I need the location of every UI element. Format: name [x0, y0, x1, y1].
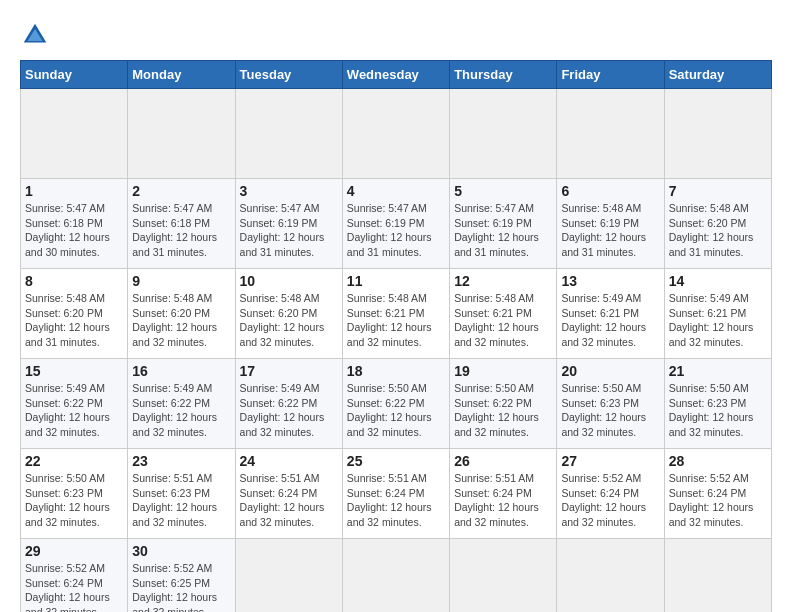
calendar-cell: 3Sunrise: 5:47 AMSunset: 6:19 PMDaylight… — [235, 179, 342, 269]
calendar-cell: 4Sunrise: 5:47 AMSunset: 6:19 PMDaylight… — [342, 179, 449, 269]
day-info: Sunrise: 5:48 AMSunset: 6:20 PMDaylight:… — [132, 291, 230, 350]
calendar-cell — [450, 89, 557, 179]
day-number: 19 — [454, 363, 552, 379]
day-number: 1 — [25, 183, 123, 199]
day-info: Sunrise: 5:52 AMSunset: 6:24 PMDaylight:… — [669, 471, 767, 530]
day-info: Sunrise: 5:48 AMSunset: 6:20 PMDaylight:… — [240, 291, 338, 350]
calendar-week-row — [21, 89, 772, 179]
day-info: Sunrise: 5:49 AMSunset: 6:22 PMDaylight:… — [240, 381, 338, 440]
day-info: Sunrise: 5:50 AMSunset: 6:22 PMDaylight:… — [454, 381, 552, 440]
day-number: 30 — [132, 543, 230, 559]
day-info: Sunrise: 5:48 AMSunset: 6:21 PMDaylight:… — [454, 291, 552, 350]
day-number: 11 — [347, 273, 445, 289]
calendar-cell: 27Sunrise: 5:52 AMSunset: 6:24 PMDayligh… — [557, 449, 664, 539]
calendar-cell: 18Sunrise: 5:50 AMSunset: 6:22 PMDayligh… — [342, 359, 449, 449]
day-number: 23 — [132, 453, 230, 469]
calendar-cell: 17Sunrise: 5:49 AMSunset: 6:22 PMDayligh… — [235, 359, 342, 449]
calendar-cell: 6Sunrise: 5:48 AMSunset: 6:19 PMDaylight… — [557, 179, 664, 269]
calendar-cell: 14Sunrise: 5:49 AMSunset: 6:21 PMDayligh… — [664, 269, 771, 359]
calendar-cell: 23Sunrise: 5:51 AMSunset: 6:23 PMDayligh… — [128, 449, 235, 539]
calendar-cell: 19Sunrise: 5:50 AMSunset: 6:22 PMDayligh… — [450, 359, 557, 449]
day-info: Sunrise: 5:48 AMSunset: 6:21 PMDaylight:… — [347, 291, 445, 350]
day-number: 18 — [347, 363, 445, 379]
calendar-cell — [235, 89, 342, 179]
day-info: Sunrise: 5:49 AMSunset: 6:22 PMDaylight:… — [132, 381, 230, 440]
calendar-cell: 15Sunrise: 5:49 AMSunset: 6:22 PMDayligh… — [21, 359, 128, 449]
calendar-cell: 28Sunrise: 5:52 AMSunset: 6:24 PMDayligh… — [664, 449, 771, 539]
calendar-cell: 13Sunrise: 5:49 AMSunset: 6:21 PMDayligh… — [557, 269, 664, 359]
column-header-monday: Monday — [128, 61, 235, 89]
day-number: 8 — [25, 273, 123, 289]
calendar-cell: 9Sunrise: 5:48 AMSunset: 6:20 PMDaylight… — [128, 269, 235, 359]
day-info: Sunrise: 5:49 AMSunset: 6:22 PMDaylight:… — [25, 381, 123, 440]
column-header-friday: Friday — [557, 61, 664, 89]
day-number: 7 — [669, 183, 767, 199]
calendar-cell: 16Sunrise: 5:49 AMSunset: 6:22 PMDayligh… — [128, 359, 235, 449]
calendar-cell — [21, 89, 128, 179]
day-info: Sunrise: 5:48 AMSunset: 6:19 PMDaylight:… — [561, 201, 659, 260]
column-header-sunday: Sunday — [21, 61, 128, 89]
column-header-thursday: Thursday — [450, 61, 557, 89]
calendar-cell: 29Sunrise: 5:52 AMSunset: 6:24 PMDayligh… — [21, 539, 128, 613]
day-info: Sunrise: 5:51 AMSunset: 6:24 PMDaylight:… — [240, 471, 338, 530]
day-info: Sunrise: 5:48 AMSunset: 6:20 PMDaylight:… — [25, 291, 123, 350]
calendar-cell — [664, 539, 771, 613]
calendar-cell: 22Sunrise: 5:50 AMSunset: 6:23 PMDayligh… — [21, 449, 128, 539]
logo — [20, 20, 52, 50]
calendar-week-row: 29Sunrise: 5:52 AMSunset: 6:24 PMDayligh… — [21, 539, 772, 613]
day-info: Sunrise: 5:47 AMSunset: 6:19 PMDaylight:… — [454, 201, 552, 260]
day-info: Sunrise: 5:47 AMSunset: 6:19 PMDaylight:… — [240, 201, 338, 260]
day-number: 5 — [454, 183, 552, 199]
calendar-cell — [342, 89, 449, 179]
calendar-cell: 2Sunrise: 5:47 AMSunset: 6:18 PMDaylight… — [128, 179, 235, 269]
day-info: Sunrise: 5:49 AMSunset: 6:21 PMDaylight:… — [669, 291, 767, 350]
day-info: Sunrise: 5:47 AMSunset: 6:18 PMDaylight:… — [132, 201, 230, 260]
calendar-cell — [342, 539, 449, 613]
calendar-cell — [235, 539, 342, 613]
day-info: Sunrise: 5:52 AMSunset: 6:24 PMDaylight:… — [561, 471, 659, 530]
calendar-cell: 21Sunrise: 5:50 AMSunset: 6:23 PMDayligh… — [664, 359, 771, 449]
day-number: 9 — [132, 273, 230, 289]
day-info: Sunrise: 5:51 AMSunset: 6:24 PMDaylight:… — [347, 471, 445, 530]
day-number: 15 — [25, 363, 123, 379]
day-number: 12 — [454, 273, 552, 289]
calendar-cell: 20Sunrise: 5:50 AMSunset: 6:23 PMDayligh… — [557, 359, 664, 449]
day-number: 13 — [561, 273, 659, 289]
day-info: Sunrise: 5:50 AMSunset: 6:22 PMDaylight:… — [347, 381, 445, 440]
calendar-cell: 12Sunrise: 5:48 AMSunset: 6:21 PMDayligh… — [450, 269, 557, 359]
calendar-cell — [450, 539, 557, 613]
calendar-cell: 26Sunrise: 5:51 AMSunset: 6:24 PMDayligh… — [450, 449, 557, 539]
day-number: 29 — [25, 543, 123, 559]
day-number: 27 — [561, 453, 659, 469]
day-number: 20 — [561, 363, 659, 379]
day-number: 24 — [240, 453, 338, 469]
day-info: Sunrise: 5:51 AMSunset: 6:23 PMDaylight:… — [132, 471, 230, 530]
calendar-table: SundayMondayTuesdayWednesdayThursdayFrid… — [20, 60, 772, 612]
day-info: Sunrise: 5:52 AMSunset: 6:25 PMDaylight:… — [132, 561, 230, 612]
calendar-cell — [557, 539, 664, 613]
calendar-cell — [557, 89, 664, 179]
day-number: 26 — [454, 453, 552, 469]
day-number: 22 — [25, 453, 123, 469]
calendar-cell: 5Sunrise: 5:47 AMSunset: 6:19 PMDaylight… — [450, 179, 557, 269]
calendar-cell: 8Sunrise: 5:48 AMSunset: 6:20 PMDaylight… — [21, 269, 128, 359]
day-info: Sunrise: 5:47 AMSunset: 6:19 PMDaylight:… — [347, 201, 445, 260]
header — [20, 20, 772, 50]
calendar-header-row: SundayMondayTuesdayWednesdayThursdayFrid… — [21, 61, 772, 89]
day-info: Sunrise: 5:50 AMSunset: 6:23 PMDaylight:… — [669, 381, 767, 440]
day-number: 2 — [132, 183, 230, 199]
day-info: Sunrise: 5:49 AMSunset: 6:21 PMDaylight:… — [561, 291, 659, 350]
column-header-wednesday: Wednesday — [342, 61, 449, 89]
day-info: Sunrise: 5:52 AMSunset: 6:24 PMDaylight:… — [25, 561, 123, 612]
day-number: 17 — [240, 363, 338, 379]
day-number: 21 — [669, 363, 767, 379]
calendar-cell: 10Sunrise: 5:48 AMSunset: 6:20 PMDayligh… — [235, 269, 342, 359]
day-number: 10 — [240, 273, 338, 289]
day-number: 3 — [240, 183, 338, 199]
calendar-cell: 7Sunrise: 5:48 AMSunset: 6:20 PMDaylight… — [664, 179, 771, 269]
calendar-cell: 30Sunrise: 5:52 AMSunset: 6:25 PMDayligh… — [128, 539, 235, 613]
day-number: 25 — [347, 453, 445, 469]
day-number: 6 — [561, 183, 659, 199]
day-number: 16 — [132, 363, 230, 379]
calendar-cell: 1Sunrise: 5:47 AMSunset: 6:18 PMDaylight… — [21, 179, 128, 269]
